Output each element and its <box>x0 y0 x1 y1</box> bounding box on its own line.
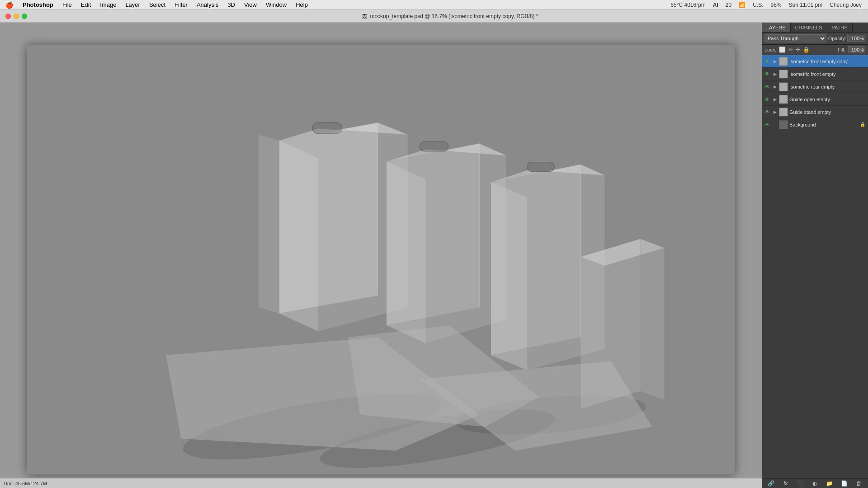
visibility-eye-2[interactable]: 👁 <box>764 83 771 90</box>
blend-mode-select[interactable]: Pass Through Normal Multiply Screen <box>764 34 826 42</box>
svg-marker-28 <box>640 239 664 400</box>
layer-name-2: Isometric rear empty <box>789 84 866 89</box>
document-title-text: mockup_template.psd @ 16.7% (Isometric f… <box>370 13 538 19</box>
traffic-lights <box>0 14 33 19</box>
menu-window[interactable]: Window <box>261 0 291 9</box>
layer-name-1: Isometric front empty <box>789 71 866 77</box>
svg-rect-18 <box>420 142 448 151</box>
layer-thumbnail-2 <box>779 82 788 91</box>
menubar-right: 65°C 4016rpm AI 20 📶 U.S. 98% Sun 11:01 … <box>669 2 868 8</box>
layer-list[interactable]: 👁 ▶ Isometric front empty copy 👁 ▶ Isome… <box>762 55 868 478</box>
new-layer-icon[interactable]: 📄 <box>840 479 848 488</box>
layer-item-0[interactable]: 👁 ▶ Isometric front empty copy <box>762 55 868 68</box>
isometric-artwork <box>27 45 735 474</box>
menu-layer[interactable]: Layer <box>121 0 145 9</box>
wifi-icon: 📶 <box>737 2 747 8</box>
menu-photoshop[interactable]: Photoshop <box>18 0 58 9</box>
battery: 98% <box>769 2 783 8</box>
visibility-eye-3[interactable]: 👁 <box>764 96 771 103</box>
datetime: Sun 11:01 pm <box>787 2 825 8</box>
title-bar: 🖼 mockup_template.psd @ 16.7% (Isometric… <box>0 10 868 23</box>
lock-brush-icon[interactable]: ✏ <box>788 47 793 53</box>
document-title: 🖼 mockup_template.psd @ 16.7% (Isometric… <box>33 13 868 19</box>
canvas-wrapper <box>27 45 735 474</box>
layer-name-4: Guide stand empty <box>789 109 866 115</box>
menu-view[interactable]: View <box>240 0 261 9</box>
doc-icon: 🖼 <box>362 14 367 19</box>
visibility-eye-4[interactable]: 👁 <box>764 108 771 116</box>
tab-layers[interactable]: LAYERS <box>762 23 791 32</box>
expand-arrow-1[interactable]: ▶ <box>772 71 778 77</box>
canvas <box>27 45 735 474</box>
tab-paths[interactable]: PATHS <box>827 23 853 32</box>
expand-arrow-0[interactable]: ▶ <box>772 59 778 64</box>
layer-name-5: Background <box>789 122 859 127</box>
menu-filter[interactable]: Filter <box>170 0 192 9</box>
layer-name-3: Guide open empty <box>789 97 866 102</box>
visibility-eye-5[interactable]: 👁 <box>764 121 771 128</box>
svg-marker-26 <box>581 239 641 409</box>
minimize-button[interactable] <box>14 14 19 19</box>
ai-badge: AI <box>711 2 720 8</box>
tab-channels[interactable]: CHANNELS <box>791 23 827 32</box>
username: Cheung Joey <box>828 2 863 8</box>
opacity-group: Opacity: <box>828 35 865 42</box>
svg-marker-15 <box>387 144 480 325</box>
svg-marker-29 <box>259 135 279 314</box>
svg-marker-13 <box>279 123 378 314</box>
fullscreen-button[interactable] <box>22 14 27 19</box>
layer-lock-icon-5: 🔒 <box>860 122 866 127</box>
mask-icon[interactable]: ⬛ <box>796 479 804 488</box>
link-icon[interactable]: 🔗 <box>767 479 775 488</box>
apple-logo[interactable]: 🍎 <box>0 1 18 9</box>
lock-position-icon[interactable]: ✛ <box>796 47 800 53</box>
fill-label: Fill: <box>838 47 845 52</box>
panel-tabs: LAYERS CHANNELS PATHS <box>762 23 868 33</box>
menu-help[interactable]: Help <box>291 0 312 9</box>
menu-bar: 🍎 Photoshop File Edit Image Layer Select… <box>0 0 868 10</box>
adjustment-icon[interactable]: ◐ <box>811 479 819 488</box>
lock-fill-row: Lock: ⬜ ✏ ✛ 🔒 Fill: <box>762 45 868 55</box>
doc-size: Doc: 45.6M/124.7M <box>4 481 47 486</box>
menu-image[interactable]: Image <box>95 0 121 9</box>
main-area: Doc: 45.6M/124.7M LAYERS CHANNELS PATHS … <box>0 23 868 488</box>
opacity-label: Opacity: <box>828 36 846 41</box>
lock-all-icon[interactable]: 🔒 <box>803 47 810 53</box>
expand-arrow-3[interactable]: ▶ <box>772 97 778 102</box>
expand-arrow-4[interactable]: ▶ <box>772 109 778 115</box>
layer-name-0: Isometric front empty copy <box>789 59 866 64</box>
right-panel: LAYERS CHANNELS PATHS Pass Through Norma… <box>762 23 868 488</box>
visibility-eye-0[interactable]: 👁 <box>764 58 771 65</box>
fill-input[interactable] <box>848 46 865 53</box>
fx-icon[interactable]: fx <box>782 479 790 488</box>
menu-analysis[interactable]: Analysis <box>192 0 223 9</box>
menu-edit[interactable]: Edit <box>76 0 95 9</box>
layer-thumbnail-1 <box>779 70 788 79</box>
lock-label: Lock: <box>764 47 776 52</box>
layer-item-4[interactable]: 👁 ▶ Guide stand empty <box>762 106 868 118</box>
menu-file[interactable]: File <box>58 0 76 9</box>
svg-rect-24 <box>527 162 555 172</box>
layer-item-3[interactable]: 👁 ▶ Guide open empty <box>762 93 868 106</box>
cpu-status: 65°C 4016rpm <box>669 2 708 8</box>
canvas-area[interactable]: Doc: 45.6M/124.7M <box>0 23 762 488</box>
lock-transparent-icon[interactable]: ⬜ <box>779 47 786 53</box>
menu-3d[interactable]: 3D <box>223 0 240 9</box>
visibility-eye-1[interactable]: 👁 <box>764 70 771 78</box>
opacity-input[interactable] <box>847 35 865 42</box>
folder-icon[interactable]: 📁 <box>826 479 834 488</box>
panel-bottom-toolbar: 🔗 fx ⬛ ◐ 📁 📄 🗑 <box>762 478 868 488</box>
layer-thumbnail-5 <box>779 120 788 129</box>
close-button[interactable] <box>5 14 11 19</box>
layer-thumbnail-4 <box>779 108 788 117</box>
ai-count: 20 <box>724 2 733 8</box>
layer-thumbnail-3 <box>779 95 788 104</box>
layer-item-5[interactable]: 👁 ▶ Background 🔒 <box>762 118 868 131</box>
status-bar: Doc: 45.6M/124.7M <box>0 478 762 488</box>
layer-thumbnail-0 <box>779 57 788 66</box>
layer-item-2[interactable]: 👁 ▶ Isometric rear empty <box>762 80 868 93</box>
menu-select[interactable]: Select <box>145 0 170 9</box>
delete-layer-icon[interactable]: 🗑 <box>855 479 863 488</box>
layer-item-1[interactable]: 👁 ▶ Isometric front empty <box>762 68 868 80</box>
expand-arrow-2[interactable]: ▶ <box>772 84 778 89</box>
